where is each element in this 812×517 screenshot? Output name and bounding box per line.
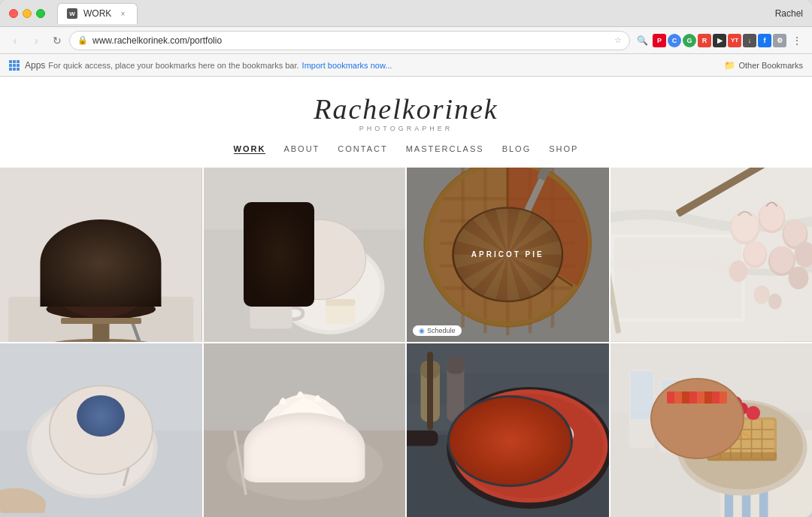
forward-icon: › xyxy=(35,35,38,47)
svg-point-91 xyxy=(551,428,565,440)
svg-rect-28 xyxy=(261,222,278,268)
portfolio-item-8[interactable] xyxy=(611,343,813,518)
refresh-icon: ↻ xyxy=(53,35,62,47)
svg-point-53 xyxy=(729,261,747,282)
portfolio-grid: APRICOT PIE ◉ Schedule xyxy=(0,168,812,517)
nav-masterclass[interactable]: MASTERCLASS xyxy=(406,144,484,154)
refresh-button[interactable]: ↻ xyxy=(48,32,66,50)
tab-area: W WORK × xyxy=(57,3,803,24)
traffic-lights xyxy=(9,9,45,18)
svg-point-63 xyxy=(84,408,96,420)
portfolio-item-7[interactable] xyxy=(407,343,609,518)
svg-rect-21 xyxy=(279,250,304,284)
svg-point-55 xyxy=(753,286,769,304)
yt-ext-icon[interactable]: YT xyxy=(728,34,741,47)
svg-point-64 xyxy=(95,413,107,425)
svg-point-86 xyxy=(480,423,518,455)
nav-about[interactable]: ABOUT xyxy=(283,144,320,154)
svg-rect-92 xyxy=(486,456,496,463)
pinterest-ext-icon[interactable]: P xyxy=(653,34,666,47)
svg-rect-3 xyxy=(92,313,109,341)
close-button[interactable] xyxy=(9,9,18,18)
tab-close-button[interactable]: × xyxy=(117,8,128,19)
red-ext-icon[interactable]: R xyxy=(698,34,711,47)
menu-icon[interactable]: ⋮ xyxy=(788,32,806,50)
nav-blog[interactable]: BLOG xyxy=(502,144,532,154)
svg-point-10 xyxy=(65,240,86,269)
svg-point-9 xyxy=(111,259,141,280)
svg-point-45 xyxy=(759,202,783,230)
portfolio-item-6[interactable] xyxy=(204,343,406,518)
svg-point-118 xyxy=(746,406,760,420)
site-subtitle: PHOTOGRAPHER xyxy=(359,125,453,132)
pan-image xyxy=(407,343,609,518)
chrome-ext-icon[interactable]: C xyxy=(668,34,681,47)
svg-rect-17 xyxy=(296,229,326,267)
bookmark-star-icon[interactable]: ☆ xyxy=(614,35,622,45)
cake-image xyxy=(0,168,202,342)
website-content: Rachelkorinek PHOTOGRAPHER WORK ABOUT CO… xyxy=(0,77,812,517)
nav-shop[interactable]: SHOP xyxy=(549,144,578,154)
bluedessert-image xyxy=(0,343,202,518)
portfolio-item-5[interactable] xyxy=(0,343,202,518)
titlebar: W WORK × Rachel xyxy=(0,0,812,27)
apps-link[interactable]: Apps xyxy=(9,60,45,71)
svg-point-20 xyxy=(329,236,356,248)
svg-point-22 xyxy=(279,244,304,256)
svg-point-61 xyxy=(57,408,127,460)
secure-icon: 🔒 xyxy=(77,35,88,45)
gray-ext-icon[interactable]: ⚙ xyxy=(773,34,786,47)
browser-window: W WORK × Rachel ‹ › ↻ 🔒 www.rachelkorine… xyxy=(0,0,812,517)
svg-point-66 xyxy=(89,403,100,413)
back-button[interactable]: ‹ xyxy=(6,32,24,50)
svg-rect-120 xyxy=(707,452,777,461)
portfolio-item-3[interactable]: APRICOT PIE ◉ Schedule xyxy=(407,168,609,342)
portfolio-item-1[interactable] xyxy=(0,168,202,342)
other-bookmarks-label: Other Bookmarks xyxy=(738,61,803,70)
nav-contact[interactable]: CONTACT xyxy=(338,144,387,154)
meringue-image xyxy=(204,343,406,518)
svg-rect-24 xyxy=(250,298,292,328)
green-ext-icon[interactable]: G xyxy=(683,34,696,47)
svg-point-49 xyxy=(744,241,765,265)
svg-rect-27 xyxy=(243,231,270,280)
minimize-button[interactable] xyxy=(23,9,32,18)
portfolio-item-2[interactable] xyxy=(204,168,406,342)
search-toolbar-icon[interactable]: 🔍 xyxy=(633,32,651,50)
url-text: www.rachelkorinek.com/portfolio xyxy=(92,35,610,46)
maximize-button[interactable] xyxy=(36,9,45,18)
import-bookmarks-link[interactable]: Import bookmarks now... xyxy=(302,61,392,70)
schedule-badge[interactable]: ◉ Schedule xyxy=(413,325,462,336)
bookmarks-icon: 📁 xyxy=(724,60,735,71)
svg-rect-97 xyxy=(630,371,653,419)
address-bar[interactable]: 🔒 www.rachelkorinek.com/portfolio ☆ xyxy=(69,31,630,50)
back-icon: ‹ xyxy=(14,35,17,47)
bookmarks-bar: Apps For quick access, place your bookma… xyxy=(0,54,812,77)
other-bookmarks[interactable]: 📁 Other Bookmarks xyxy=(724,60,803,71)
dark-ext-icon[interactable]: ▶ xyxy=(713,34,726,47)
nav-work[interactable]: WORK xyxy=(234,144,266,154)
site-logo: Rachelkorinek xyxy=(314,95,498,123)
dl-ext-icon[interactable]: ↓ xyxy=(743,34,756,47)
svg-rect-79 xyxy=(421,361,440,378)
portfolio-item-4[interactable] xyxy=(611,168,813,342)
site-nav: WORK ABOUT CONTACT MASTERCLASS BLOG SHOP xyxy=(234,140,579,159)
svg-point-18 xyxy=(296,222,325,236)
fb-ext-icon[interactable]: f xyxy=(758,34,771,47)
svg-point-5 xyxy=(49,242,153,318)
active-tab[interactable]: W WORK × xyxy=(57,3,138,24)
garlic-image xyxy=(611,168,813,342)
svg-rect-93 xyxy=(512,461,521,467)
svg-rect-81 xyxy=(447,356,464,373)
svg-point-7 xyxy=(61,259,91,280)
svg-rect-82 xyxy=(407,430,438,446)
forward-button[interactable]: › xyxy=(27,32,45,50)
svg-point-43 xyxy=(731,212,758,241)
svg-point-11 xyxy=(92,237,110,264)
svg-point-65 xyxy=(78,406,89,416)
svg-point-56 xyxy=(768,293,781,309)
svg-point-117 xyxy=(735,402,747,414)
apps-grid-icon xyxy=(9,60,20,71)
pie-overlay: APRICOT PIE xyxy=(407,168,609,342)
window-user: Rachel xyxy=(775,8,803,19)
